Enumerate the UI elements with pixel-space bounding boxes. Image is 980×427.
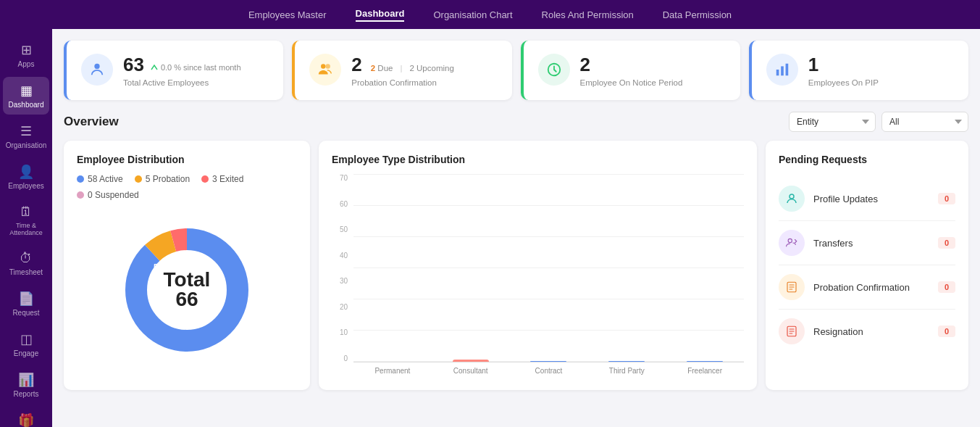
transfer-icon bbox=[785, 236, 798, 249]
bar-group-consultant bbox=[439, 360, 503, 362]
bar-contract bbox=[530, 361, 566, 362]
sidebar-item-timesheet[interactable]: ⏱ Timesheet bbox=[3, 245, 49, 282]
sidebar-item-organisation[interactable]: ☰ Organisation bbox=[3, 117, 49, 155]
pending-requests-card: Pending Requests Profile Updates 0 bbox=[766, 141, 968, 390]
donut-chart-card: Employee Distribution 58 Active 5 Probat… bbox=[64, 141, 310, 390]
probation-sublabels: 2 Due | 2 Upcoming bbox=[371, 64, 454, 72]
notice-icon-wrap bbox=[538, 54, 570, 86]
legend-dot-active bbox=[77, 175, 84, 183]
probation-due-label: Due bbox=[377, 64, 393, 72]
main-layout: ⊞ Apps ▦ Dashboard ☰ Organisation 👤 Empl… bbox=[0, 29, 980, 427]
sidebar-item-reports[interactable]: 📊 Reports bbox=[3, 366, 49, 404]
x-label-contract: Contract bbox=[517, 367, 581, 377]
pending-icon-resignation bbox=[779, 318, 805, 344]
legend-label-active: 58 Active bbox=[88, 174, 123, 184]
probation-info: 2 2 Due | 2 Upcoming Probation Confirmat… bbox=[351, 54, 497, 87]
all-filter[interactable]: All bbox=[881, 112, 968, 132]
bar-consultant bbox=[453, 360, 489, 362]
stat-card-notice: 2 Employee On Notice Period bbox=[521, 41, 740, 100]
sidebar-label-engage: Engage bbox=[14, 349, 38, 357]
pip-icon-wrap bbox=[766, 54, 798, 86]
legend-dot-probation bbox=[135, 175, 142, 183]
donut-center-total: 66 bbox=[175, 288, 198, 310]
notice-label: Employee On Notice Period bbox=[580, 78, 726, 87]
nav-data-permission[interactable]: Data Permission bbox=[663, 9, 732, 20]
bar-x-labels: Permanent Consultant Contract Third Part… bbox=[353, 362, 744, 377]
sidebar-label-request: Request bbox=[12, 309, 39, 317]
nav-roles-permission[interactable]: Roles And Permission bbox=[542, 9, 634, 20]
grid-line bbox=[353, 174, 744, 175]
total-active-label: Total Active Employees bbox=[123, 78, 269, 87]
sidebar-item-apps[interactable]: ⊞ Apps bbox=[3, 36, 49, 74]
sidebar-item-engage[interactable]: ◫ Engage bbox=[3, 326, 49, 363]
sidebar-label-apps: Apps bbox=[18, 60, 35, 68]
sidebar-label-employees: Employees bbox=[8, 182, 43, 190]
donut-svg: Total 66 58 bbox=[114, 217, 259, 362]
sidebar-item-time[interactable]: 🗓 Time & Attendance bbox=[3, 199, 49, 242]
apps-icon: ⊞ bbox=[21, 42, 32, 58]
bar-third-party bbox=[608, 361, 645, 362]
pending-label-transfers: Transfers bbox=[813, 238, 929, 249]
probation-label: Probation Confirmation bbox=[351, 78, 497, 87]
pending-item-transfers: Transfers 0 bbox=[779, 221, 955, 265]
legend-suspended: 0 Suspended bbox=[77, 190, 139, 200]
notice-info: 2 Employee On Notice Period bbox=[580, 54, 726, 87]
grid-line bbox=[353, 299, 744, 299]
pending-label-profile: Profile Updates bbox=[813, 194, 929, 204]
total-active-growth: 0.0 % since last month bbox=[150, 63, 241, 72]
sidebar-item-request[interactable]: 📄 Request bbox=[3, 285, 49, 323]
sidebar-item-benefits[interactable]: 🎁 Benefits bbox=[3, 407, 49, 427]
x-label-freelancer: Freelancer bbox=[673, 367, 737, 377]
request-icon: 📄 bbox=[18, 291, 34, 307]
sidebar-item-employees[interactable]: 👤 Employees bbox=[3, 158, 49, 196]
probation-due-value: 2 bbox=[371, 64, 375, 72]
svg-rect-6 bbox=[785, 64, 788, 76]
probation-upcoming-label: Upcoming bbox=[416, 64, 454, 72]
bar-chart-card: Employee Type Distribution 70 60 50 40 3… bbox=[319, 141, 757, 390]
donut-chart-wrap: Total 66 58 bbox=[77, 210, 297, 370]
bar-grid bbox=[353, 174, 744, 362]
nav-employees-master[interactable]: Employees Master bbox=[248, 9, 327, 20]
growth-arrow-icon bbox=[150, 64, 159, 71]
legend-label-probation: 5 Probation bbox=[146, 174, 190, 184]
bar-group-freelancer bbox=[673, 361, 737, 362]
nav-organisation-chart[interactable]: Organisation Chart bbox=[433, 9, 512, 20]
sidebar-label-time: Time & Attendance bbox=[7, 222, 45, 236]
dashboard-icon: ▦ bbox=[20, 83, 33, 99]
donut-active-label: 58 bbox=[154, 262, 162, 271]
probation-confirm-icon bbox=[785, 281, 798, 294]
legend-active: 58 Active bbox=[77, 174, 123, 184]
timesheet-icon: ⏱ bbox=[20, 251, 33, 266]
sidebar: ⊞ Apps ▦ Dashboard ☰ Organisation 👤 Empl… bbox=[0, 29, 52, 427]
legend-probation: 5 Probation bbox=[135, 174, 190, 184]
svg-point-0 bbox=[94, 64, 99, 69]
overview-header: Overview Entity All bbox=[64, 112, 968, 132]
engage-icon: ◫ bbox=[20, 331, 33, 347]
bar-y-axis: 70 60 50 40 30 20 10 0 bbox=[332, 174, 353, 377]
pip-info: 1 Employees On PIP bbox=[808, 54, 954, 87]
svg-point-1 bbox=[321, 64, 325, 68]
chart-icon bbox=[774, 62, 790, 78]
pending-requests-title: Pending Requests bbox=[779, 154, 955, 165]
pending-icon-probation-confirm bbox=[779, 274, 805, 300]
notice-number: 2 bbox=[580, 54, 590, 75]
sidebar-item-dashboard[interactable]: ▦ Dashboard bbox=[3, 77, 49, 115]
employees-icon: 👤 bbox=[18, 164, 34, 180]
stat-card-total-active: 63 0.0 % since last month Total Active E… bbox=[64, 41, 283, 100]
entity-filter[interactable]: Entity bbox=[789, 112, 876, 132]
sidebar-label-organisation: Organisation bbox=[6, 141, 47, 149]
grid-lines bbox=[353, 174, 744, 362]
svg-rect-5 bbox=[781, 66, 784, 75]
legend-label-exited: 3 Exited bbox=[212, 174, 243, 184]
svg-point-8 bbox=[788, 239, 792, 242]
bar-area: Permanent Consultant Contract Third Part… bbox=[353, 174, 744, 377]
pending-count-probation-confirm: 0 bbox=[938, 281, 955, 293]
pip-label: Employees On PIP bbox=[808, 78, 954, 87]
bar-chart-container: 70 60 50 40 30 20 10 0 bbox=[332, 174, 744, 377]
pending-item-resignation: Resignation 0 bbox=[779, 310, 955, 353]
legend-dot-exited bbox=[201, 175, 209, 183]
sidebar-label-dashboard: Dashboard bbox=[9, 101, 44, 109]
clock-icon bbox=[546, 62, 562, 78]
probation-upcoming-value: 2 bbox=[409, 64, 414, 72]
nav-dashboard[interactable]: Dashboard bbox=[356, 8, 405, 22]
